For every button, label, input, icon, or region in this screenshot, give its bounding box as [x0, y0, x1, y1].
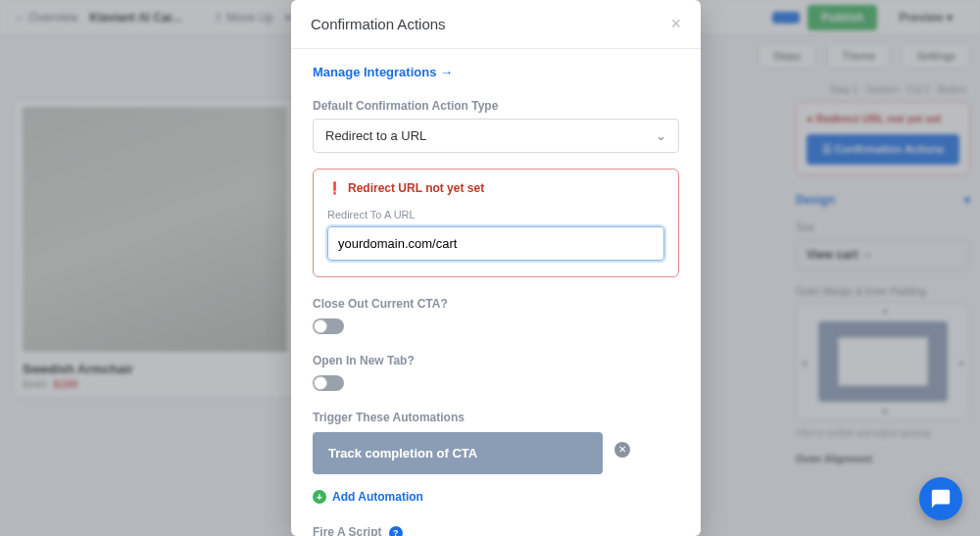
fire-script-label: Fire A Script ? — [313, 525, 679, 536]
remove-automation-icon[interactable]: ✕ — [614, 442, 630, 458]
chat-widget[interactable] — [919, 477, 962, 520]
warning-icon: ❗ — [327, 181, 342, 195]
modal-title: Confirmation Actions — [311, 16, 446, 32]
newtab-toggle[interactable] — [313, 375, 344, 391]
chevron-down-icon: ⌄ — [656, 128, 666, 143]
redirect-error-box: ❗ Redirect URL not yet set Redirect To A… — [313, 169, 679, 277]
automation-pill[interactable]: Track completion of CTA — [313, 432, 603, 474]
help-icon[interactable]: ? — [389, 526, 403, 536]
action-type-select[interactable]: Redirect to a URL ⌄ — [313, 119, 679, 153]
default-action-label: Default Confirmation Action Type — [313, 99, 679, 113]
confirmation-actions-modal: Confirmation Actions × Manage Integratio… — [291, 0, 701, 536]
trigger-label: Trigger These Automations — [313, 411, 679, 424]
chat-icon — [930, 488, 952, 510]
redirect-url-label: Redirect To A URL — [327, 209, 664, 220]
closeout-label: Close Out Current CTA? — [313, 297, 679, 311]
plus-icon: + — [313, 490, 326, 504]
manage-integrations-link[interactable]: Manage Integrations → — [313, 65, 679, 79]
closeout-toggle[interactable] — [313, 318, 344, 334]
newtab-label: Open In New Tab? — [313, 354, 679, 367]
error-text: ❗ Redirect URL not yet set — [327, 181, 664, 195]
close-icon[interactable]: × — [670, 14, 681, 34]
redirect-url-input[interactable] — [327, 226, 664, 261]
add-automation-button[interactable]: + Add Automation — [313, 490, 679, 504]
